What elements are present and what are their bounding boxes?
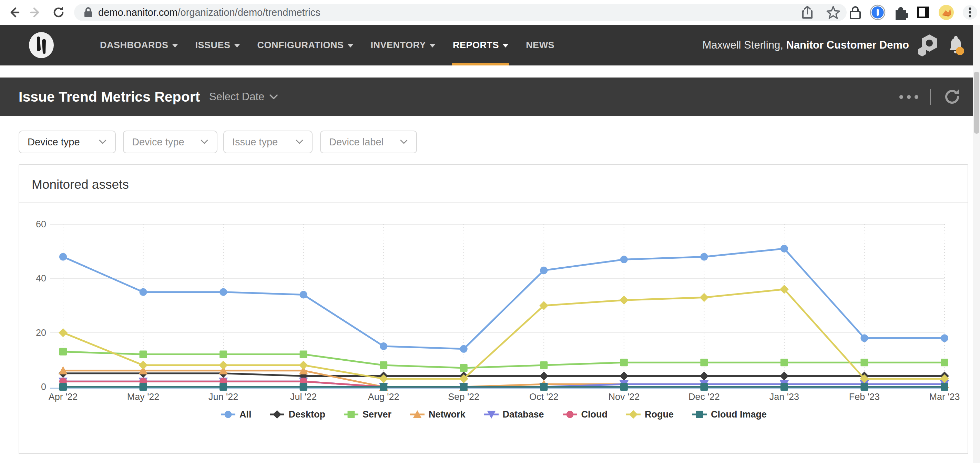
data-point bbox=[460, 383, 468, 391]
legend-label: Cloud bbox=[581, 409, 608, 420]
data-point bbox=[540, 361, 547, 369]
card-title: Monitored assets bbox=[32, 177, 129, 192]
nav-item-label: INVENTORY bbox=[371, 40, 426, 51]
nav-item-label: NEWS bbox=[526, 40, 554, 51]
x-tick-label: Jul '22 bbox=[290, 392, 317, 402]
legend-marker-icon bbox=[343, 409, 359, 420]
lock-icon bbox=[83, 6, 93, 18]
x-tick-label: Feb '23 bbox=[849, 392, 880, 402]
data-point bbox=[941, 334, 948, 342]
legend-item-rogue[interactable]: Rogue bbox=[625, 409, 674, 420]
data-point bbox=[540, 383, 547, 391]
scrollbar-track[interactable] bbox=[973, 25, 980, 463]
data-point bbox=[139, 361, 148, 370]
extensions-puzzle-icon[interactable] bbox=[893, 5, 908, 20]
notifications-bell-icon[interactable] bbox=[947, 35, 965, 56]
data-point bbox=[620, 383, 628, 391]
nav-item-configurations[interactable]: CONFIGURATIONS bbox=[258, 25, 353, 65]
more-options-icon[interactable] bbox=[899, 95, 918, 99]
monitored-assets-card: Monitored assets 0204060Apr '22May '22Ju… bbox=[19, 164, 968, 454]
legend-item-server[interactable]: Server bbox=[343, 409, 391, 420]
chevron-down-icon bbox=[400, 139, 408, 145]
legend-item-cloud-image[interactable]: Cloud Image bbox=[692, 409, 767, 420]
x-tick-label: Jun '22 bbox=[208, 392, 238, 402]
address-bar[interactable]: demo.nanitor.com/organization/demo/trend… bbox=[74, 4, 846, 21]
nav-item-dashboards[interactable]: DASHBOARDS bbox=[100, 25, 178, 65]
data-point bbox=[140, 351, 147, 358]
refresh-icon[interactable] bbox=[943, 88, 961, 106]
filter-device-type-1[interactable]: Device type bbox=[123, 130, 218, 153]
app-nav-bar: DASHBOARDSISSUESCONFIGURATIONSINVENTORYR… bbox=[0, 25, 980, 65]
series-line-rogue bbox=[63, 290, 945, 379]
nav-item-reports[interactable]: REPORTS bbox=[453, 25, 509, 65]
scrollbar-thumb[interactable] bbox=[974, 72, 979, 134]
share-icon[interactable] bbox=[801, 5, 814, 19]
legend-item-all[interactable]: All bbox=[220, 409, 251, 420]
legend-label: Network bbox=[429, 409, 466, 420]
legend-label: Desktop bbox=[288, 409, 325, 420]
organization-hexagons-icon[interactable] bbox=[918, 34, 938, 57]
data-point bbox=[380, 383, 387, 391]
data-point bbox=[620, 256, 628, 263]
filter-device-type-0[interactable]: Device type bbox=[19, 130, 116, 153]
url-path: /organization/demo/trendmetrics bbox=[178, 7, 320, 18]
data-point bbox=[140, 288, 147, 296]
nav-item-inventory[interactable]: INVENTORY bbox=[371, 25, 436, 65]
legend-item-desktop[interactable]: Desktop bbox=[269, 409, 325, 420]
nav-item-news[interactable]: NEWS bbox=[526, 25, 554, 65]
chevron-down-icon bbox=[99, 139, 107, 145]
select-date-dropdown[interactable]: Select Date bbox=[209, 91, 278, 103]
filter-device-label-3[interactable]: Device label bbox=[320, 130, 417, 153]
caret-down-icon bbox=[347, 44, 353, 48]
legend-marker-icon bbox=[220, 409, 236, 420]
legend-marker-icon bbox=[625, 409, 641, 420]
legend-label: Server bbox=[363, 409, 391, 420]
chevron-down-icon bbox=[200, 139, 208, 145]
browser-reload-icon[interactable] bbox=[49, 3, 68, 21]
bookmark-star-icon[interactable] bbox=[826, 5, 840, 20]
browser-forward-icon[interactable] bbox=[27, 3, 45, 21]
onepassword-icon[interactable] bbox=[870, 5, 886, 20]
data-point bbox=[300, 291, 307, 299]
data-point bbox=[59, 348, 67, 355]
data-point bbox=[59, 383, 67, 391]
data-point bbox=[540, 267, 547, 274]
data-point bbox=[861, 383, 868, 391]
data-point bbox=[700, 383, 708, 391]
header-divider bbox=[930, 89, 931, 105]
sidebar-extension-icon[interactable] bbox=[916, 5, 931, 20]
legend-marker-icon bbox=[269, 409, 285, 420]
nav-item-issues[interactable]: ISSUES bbox=[196, 25, 240, 65]
data-point bbox=[59, 253, 67, 261]
data-point bbox=[460, 364, 468, 372]
data-point bbox=[380, 342, 387, 350]
caret-down-icon bbox=[172, 44, 178, 48]
nav-item-label: REPORTS bbox=[453, 40, 499, 51]
data-point bbox=[700, 293, 708, 302]
data-point bbox=[539, 372, 548, 381]
data-point bbox=[220, 383, 227, 391]
nanitor-logo[interactable] bbox=[28, 32, 54, 58]
data-point bbox=[140, 383, 147, 391]
user-label[interactable]: Maxwell Sterling, Nanitor Customer Demo bbox=[703, 39, 909, 51]
profile-avatar[interactable] bbox=[938, 4, 955, 21]
browser-back-icon[interactable] bbox=[5, 3, 23, 21]
data-point bbox=[620, 296, 628, 304]
legend-item-network[interactable]: Network bbox=[409, 409, 466, 420]
data-point bbox=[460, 345, 468, 353]
data-point bbox=[300, 383, 307, 391]
legend-label: Rogue bbox=[645, 409, 674, 420]
url-host: demo.nanitor.com bbox=[98, 7, 178, 18]
legend-marker-icon bbox=[692, 409, 708, 420]
legend-item-cloud[interactable]: Cloud bbox=[562, 409, 608, 420]
data-point bbox=[700, 359, 708, 366]
browser-menu-kebab-icon[interactable] bbox=[962, 5, 978, 20]
url-text: demo.nanitor.com/organization/demo/trend… bbox=[98, 7, 320, 18]
data-point bbox=[299, 361, 308, 370]
lock-extension-icon[interactable] bbox=[848, 5, 862, 20]
legend-item-database[interactable]: Database bbox=[484, 409, 544, 420]
x-tick-label: Nov '22 bbox=[608, 392, 640, 402]
screen: demo.nanitor.com/organization/demo/trend… bbox=[0, 0, 980, 463]
filter-issue-type-2[interactable]: Issue type bbox=[223, 130, 313, 153]
chart-legend: AllDesktopServerNetworkDatabaseCloudRogu… bbox=[19, 409, 967, 420]
